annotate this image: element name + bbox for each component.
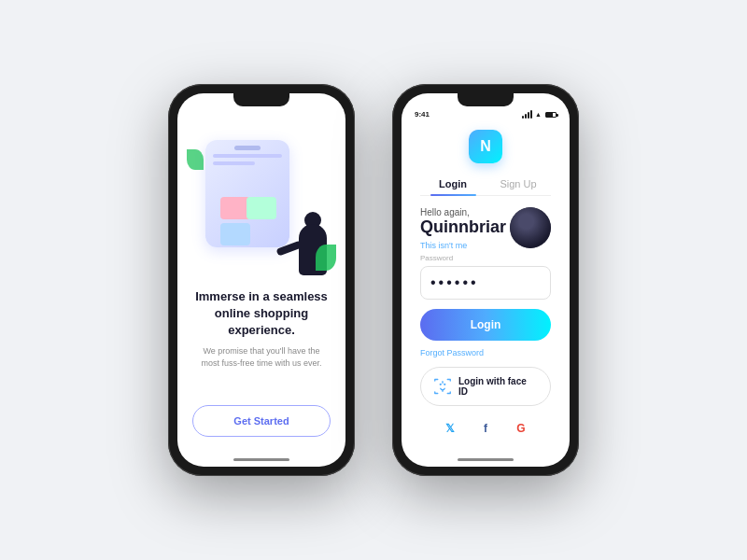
bar-4 [530,110,532,119]
wifi-icon: ▲ [535,111,542,118]
login-screen: 9:41 ▲ N [402,93,570,467]
faceid-label: Login with face ID [458,376,537,397]
bar-1 [522,116,524,119]
phone-notch-2 [458,93,514,106]
tabs: Login Sign Up [420,173,551,196]
faceid-icon [434,378,451,395]
status-right: ▲ [522,111,557,119]
faceid-button[interactable]: Login with face ID [420,367,551,406]
illus-figure [271,191,336,275]
tab-signup[interactable]: Sign Up [486,173,551,195]
not-me-link[interactable]: This isn't me [420,241,510,250]
phone-notch [233,93,289,106]
illus-phone-notch [234,146,261,150]
tab-login[interactable]: Login [420,173,486,195]
svg-point-0 [440,383,442,385]
user-row: Hello again, Quinnbriar This isn't me [420,207,551,250]
app-icon: N [469,130,502,163]
password-input[interactable]: •••••• [420,266,551,300]
onboarding-screen: Immerse in a seamless online shopping ex… [177,93,345,467]
bar-3 [528,112,529,119]
user-info: Hello again, Quinnbriar This isn't me [420,207,510,250]
status-time: 9:41 [415,110,430,119]
illus-line-1 [213,154,282,158]
leaf-left [187,149,204,170]
phone-login: 9:41 ▲ N [392,84,579,476]
bar-2 [525,114,527,119]
onboard-subtitle: We promise that you'll have the most fus… [192,345,331,371]
forgot-password-link[interactable]: Forgot Password [420,348,551,357]
battery-fill [546,113,553,117]
avatar-image [510,207,551,248]
illustration [187,131,336,275]
get-started-button[interactable]: Get Started [192,405,331,437]
social-google-button[interactable]: G [512,419,530,438]
illus-card-2 [220,223,250,245]
onboarding-content: Immerse in a seamless online shopping ex… [177,93,345,467]
leaf-right [316,245,336,271]
hello-text: Hello again, [420,207,510,217]
illus-line-2 [213,161,255,165]
onboard-title: Immerse in a seamless online shopping ex… [192,288,331,340]
home-indicator [233,458,289,461]
login-content-wrapper: 9:41 ▲ N [402,93,570,467]
social-twitter-button[interactable]: 𝕏 [441,419,459,438]
password-label: Password [420,254,551,262]
phone-onboarding: Immerse in a seamless online shopping ex… [168,84,355,476]
username-text: Quinnbriar [420,217,510,238]
login-content: N Login Sign Up Hello again, Quinnbriar … [402,122,570,467]
avatar [510,207,551,248]
social-facebook-button[interactable]: f [476,419,495,438]
signal-icon [522,111,532,119]
home-indicator-2 [458,458,514,461]
social-row: 𝕏 f G [420,419,551,438]
login-button[interactable]: Login [420,309,551,341]
svg-point-1 [444,383,445,385]
battery-icon [545,112,557,118]
app-icon-wrap: N [420,130,551,163]
